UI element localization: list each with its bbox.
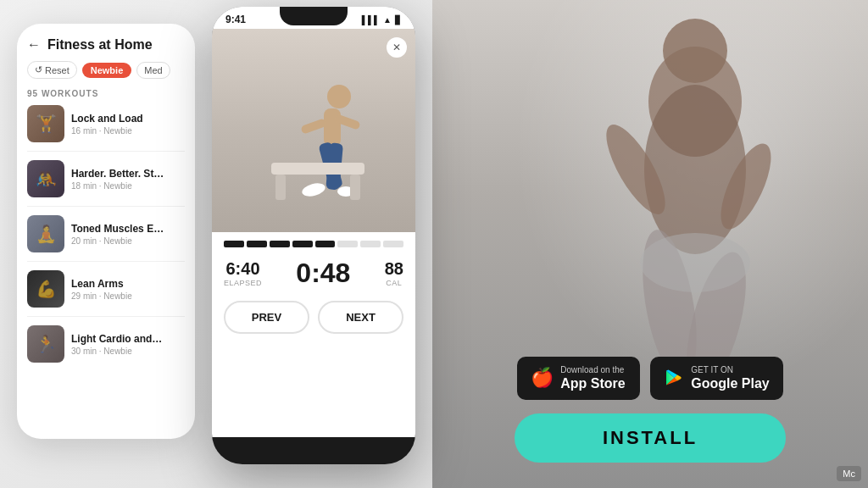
wifi-icon: ▲ (383, 15, 392, 25)
phones-container: ← Fitness at Home ↺ Reset Newbie Med 95 … (17, 7, 415, 481)
install-button[interactable]: INSTALL (515, 413, 786, 463)
person-icon: 🧘 (27, 215, 64, 252)
google-play-icon (664, 368, 684, 388)
workout-meta: 20 min · Newbie (71, 236, 185, 246)
divider (27, 206, 185, 207)
timer-display: 0:48 (296, 258, 350, 289)
phone-front: 9:41 ▌▌▌ ▲ ▊ (212, 7, 415, 464)
workout-image-area: ✕ (212, 29, 415, 232)
app-store-top-text: Download on the (560, 365, 625, 375)
app-store-main-text: App Store (560, 375, 625, 391)
phone-content: 9:41 ▌▌▌ ▲ ▊ (212, 7, 415, 437)
workout-thumbnail: 🤼 (27, 160, 64, 197)
app-store-button[interactable]: 🍎 Download on the App Store (517, 357, 640, 400)
svg-rect-8 (271, 163, 364, 175)
workout-stats: 6:40 ELAPSED 0:48 88 CAL (224, 258, 403, 289)
workouts-count-label: 95 WORKOUTS (27, 89, 185, 98)
active-filter-btn[interactable]: Newbie (82, 63, 132, 78)
watermark: Mc (837, 466, 861, 481)
progress-segment-3 (270, 241, 290, 247)
progress-bar (224, 241, 403, 247)
progress-segment-7 (360, 241, 381, 247)
signal-icon: ▌▌▌ (362, 15, 380, 25)
workout-name: Lean Arms (71, 278, 185, 290)
workout-name: Lock and Load (71, 113, 185, 125)
reset-filter[interactable]: ↺ Reset (27, 61, 77, 79)
workout-name: Harder. Better. St… (71, 168, 185, 180)
svg-rect-10 (350, 175, 360, 200)
status-time: 9:41 (225, 14, 246, 25)
app-title: Fitness at Home (47, 37, 153, 53)
workout-meta: 18 min · Newbie (71, 181, 185, 191)
calories-stat: 88 CAL (385, 259, 403, 287)
elapsed-value: 6:40 (224, 259, 262, 279)
google-play-button[interactable]: GET IT ON Google Play (650, 357, 782, 400)
svg-rect-6 (300, 118, 327, 135)
svg-point-18 (640, 233, 750, 292)
store-buttons-container: 🍎 Download on the App Store (517, 357, 782, 400)
calories-value: 88 (385, 259, 403, 279)
filter-row: ↺ Reset Newbie Med (27, 61, 185, 79)
workout-thumbnail: 🧘 (27, 215, 64, 252)
apple-icon: 🍎 (531, 369, 554, 387)
reset-icon: ↺ (35, 64, 42, 75)
progress-segment-6 (337, 241, 358, 247)
list-item[interactable]: 🏋️ Lock and Load 16 min · Newbie (27, 105, 185, 142)
elapsed-stat: 6:40 ELAPSED (224, 259, 262, 287)
list-item[interactable]: 🧘 Toned Muscles E… 20 min · Newbie (27, 215, 185, 252)
phone-back: ← Fitness at Home ↺ Reset Newbie Med 95 … (17, 24, 195, 439)
left-panel: ← Fitness at Home ↺ Reset Newbie Med 95 … (0, 0, 432, 488)
person-icon: 🏃 (27, 325, 64, 363)
status-icons: ▌▌▌ ▲ ▊ (362, 15, 402, 25)
google-play-main-text: Google Play (691, 375, 769, 391)
person-icon: 🏋️ (27, 105, 64, 142)
app-header: ← Fitness at Home (27, 37, 185, 53)
workout-thumbnail: 💪 (27, 270, 64, 308)
nav-buttons: PREV NEXT (224, 301, 403, 334)
back-arrow-icon[interactable]: ← (27, 37, 41, 53)
battery-icon: ▊ (395, 15, 402, 25)
divider (27, 316, 185, 317)
prev-button[interactable]: PREV (224, 301, 309, 334)
workout-meta: 29 min · Newbie (71, 291, 185, 301)
workout-meta: 30 min · Newbie (71, 347, 185, 356)
list-item[interactable]: 💪 Lean Arms 29 min · Newbie (27, 270, 185, 308)
workout-name: Toned Muscles E… (71, 223, 185, 235)
progress-segment-2 (247, 241, 267, 247)
progress-segment-8 (383, 241, 403, 247)
divider (27, 261, 185, 262)
progress-segment-5 (315, 241, 336, 247)
next-button[interactable]: NEXT (318, 301, 403, 334)
elapsed-label: ELAPSED (224, 279, 262, 287)
svg-point-12 (663, 19, 727, 83)
workout-thumbnail: 🏋️ (27, 105, 64, 142)
divider (27, 151, 185, 152)
person-icon: 💪 (27, 270, 64, 308)
person-icon: 🤼 (27, 160, 64, 197)
exercise-figure (254, 71, 373, 215)
svg-rect-1 (324, 108, 341, 147)
inactive-filter-btn[interactable]: Med (136, 62, 170, 79)
google-play-top-text: GET IT ON (691, 365, 769, 375)
progress-segment-1 (224, 241, 244, 247)
list-item[interactable]: 🤼 Harder. Better. St… 18 min · Newbie (27, 160, 185, 197)
list-item[interactable]: 🏃 Light Cardio and… 30 min · Newbie (27, 325, 185, 363)
svg-point-0 (327, 85, 351, 108)
progress-segment-4 (292, 241, 313, 247)
svg-point-4 (301, 181, 327, 199)
workout-name: Light Cardio and… (71, 333, 185, 345)
timer-stat: 0:48 (296, 258, 350, 289)
svg-rect-9 (275, 175, 286, 200)
workout-meta: 16 min · Newbie (71, 126, 185, 136)
phone-notch (280, 7, 348, 25)
close-button[interactable]: ✕ (387, 37, 407, 58)
right-panel: 🍎 Download on the App Store (432, 0, 868, 488)
workout-player-controls: 6:40 ELAPSED 0:48 88 CAL PREV (212, 232, 415, 437)
calories-label: CAL (385, 279, 403, 287)
workout-thumbnail: 🏃 (27, 325, 64, 363)
